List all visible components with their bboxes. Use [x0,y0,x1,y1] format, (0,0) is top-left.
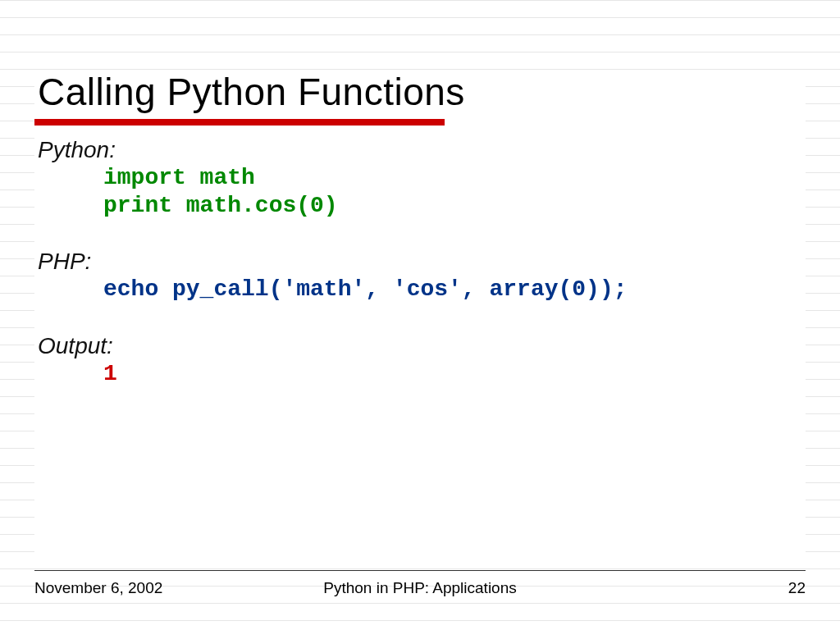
python-code-line-2: print math.cos(0) [38,192,806,220]
slide-content: Calling Python Functions Python: import … [34,70,806,387]
php-code-line-1: echo py_call('math', 'cos', array(0)); [38,276,806,304]
footer-date: November 6, 2002 [34,579,162,597]
output-line-1: 1 [38,360,806,388]
slide-body: Python: import math print math.cos(0) PH… [34,134,806,387]
php-label: PHP: [38,247,806,276]
python-label: Python: [38,135,806,164]
python-code-line-1: import math [38,164,806,192]
slide-footer: November 6, 2002 Python in PHP: Applicat… [34,579,806,597]
output-label: Output: [38,331,806,360]
title-underline [34,119,445,126]
footer-divider [34,570,806,571]
footer-page-number: 22 [788,579,806,597]
slide-title: Calling Python Functions [34,70,806,114]
